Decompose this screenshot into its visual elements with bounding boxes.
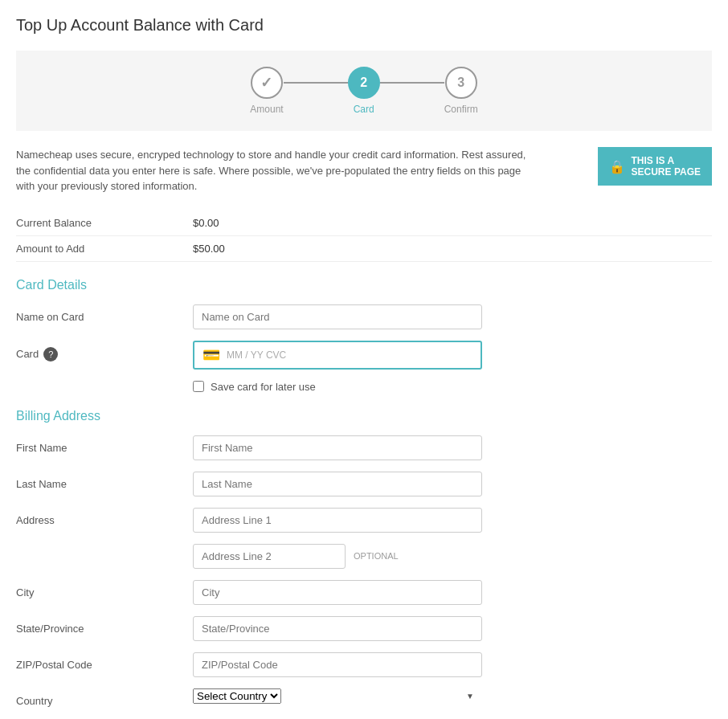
zip-field bbox=[193, 652, 482, 677]
state-row: State/Province bbox=[16, 616, 712, 641]
state-field bbox=[193, 616, 482, 641]
address2-row: OPTIONAL bbox=[16, 544, 712, 569]
security-info-text: Namecheap uses secure, encryped technolo… bbox=[16, 147, 538, 194]
amount-to-add-label: Amount to Add bbox=[16, 243, 193, 255]
first-name-label: First Name bbox=[16, 435, 193, 454]
first-name-input[interactable] bbox=[193, 435, 482, 460]
step-confirm-label: Confirm bbox=[444, 104, 478, 115]
step-confirm-number: 3 bbox=[457, 76, 464, 90]
current-balance-value: $0.00 bbox=[193, 217, 219, 229]
last-name-label: Last Name bbox=[16, 472, 193, 490]
step-amount: ✓ Amount bbox=[250, 67, 283, 115]
zip-input[interactable] bbox=[193, 652, 482, 677]
secure-badge-text: THIS IS A SECURE PAGE bbox=[632, 155, 701, 178]
step-confirm-circle: 3 bbox=[445, 67, 477, 99]
secure-line1: THIS IS A bbox=[632, 155, 701, 166]
optional-label: OPTIONAL bbox=[354, 544, 399, 561]
step-amount-circle: ✓ bbox=[251, 67, 283, 99]
last-name-field bbox=[193, 472, 482, 496]
address-label: Address bbox=[16, 508, 193, 526]
save-card-checkbox[interactable] bbox=[193, 381, 204, 392]
amount-to-add-row: Amount to Add $50.00 bbox=[16, 236, 712, 262]
current-balance-label: Current Balance bbox=[16, 217, 193, 229]
page-title: Top Up Account Balance with Card bbox=[16, 16, 712, 35]
step-line-2 bbox=[380, 82, 444, 84]
secure-badge: 🔒 THIS IS A SECURE PAGE bbox=[598, 147, 712, 186]
checkmark-icon: ✓ bbox=[260, 74, 272, 92]
name-on-card-row: Name on Card bbox=[16, 304, 712, 329]
city-label: City bbox=[16, 580, 193, 598]
address1-field bbox=[193, 508, 482, 533]
city-input[interactable] bbox=[193, 580, 482, 605]
name-on-card-field bbox=[193, 304, 482, 329]
address-row: Address bbox=[16, 508, 712, 533]
card-input-wrapper[interactable]: 💳 MM / YY CVC bbox=[193, 341, 482, 370]
address2-optional-wrapper: OPTIONAL bbox=[193, 544, 399, 569]
country-label: Country bbox=[16, 688, 193, 707]
info-section: Namecheap uses secure, encryped technolo… bbox=[16, 147, 712, 194]
zip-label: ZIP/Postal Code bbox=[16, 652, 193, 671]
step-card-number: 2 bbox=[360, 76, 367, 90]
city-row: City bbox=[16, 580, 712, 605]
first-name-field bbox=[193, 435, 482, 460]
step-line-1 bbox=[284, 82, 348, 84]
card-details-title: Card Details bbox=[16, 278, 712, 292]
card-number-row: Card ? 💳 MM / YY CVC bbox=[16, 341, 712, 370]
secure-line2: SECURE PAGE bbox=[632, 166, 701, 178]
stepper: ✓ Amount 2 Card 3 Confirm bbox=[250, 67, 477, 115]
save-card-row: Save card for later use bbox=[193, 381, 712, 393]
last-name-row: Last Name bbox=[16, 472, 712, 496]
country-select-wrapper: Select Country bbox=[193, 688, 482, 704]
last-name-input[interactable] bbox=[193, 472, 482, 496]
name-on-card-label: Name on Card bbox=[16, 304, 193, 323]
state-input[interactable] bbox=[193, 616, 482, 641]
address2-label-empty bbox=[16, 544, 193, 550]
card-help-icon[interactable]: ? bbox=[43, 347, 58, 362]
card-brand-icon: 💳 bbox=[202, 346, 220, 364]
step-amount-label: Amount bbox=[250, 104, 283, 115]
amount-to-add-value: $50.00 bbox=[193, 243, 225, 255]
billing-address-title: Billing Address bbox=[16, 409, 712, 423]
card-details-section: Card Details Name on Card Card ? 💳 MM / … bbox=[16, 278, 712, 393]
billing-address-section: Billing Address First Name Last Name Add… bbox=[16, 409, 712, 707]
address1-input[interactable] bbox=[193, 508, 482, 533]
city-field bbox=[193, 580, 482, 605]
save-card-label: Save card for later use bbox=[211, 381, 316, 393]
lock-icon: 🔒 bbox=[609, 159, 625, 174]
step-card-label: Card bbox=[354, 104, 374, 115]
current-balance-row: Current Balance $0.00 bbox=[16, 210, 712, 236]
country-select[interactable]: Select Country bbox=[193, 688, 281, 704]
step-confirm: 3 Confirm bbox=[444, 67, 478, 115]
stepper-section: ✓ Amount 2 Card 3 Confirm bbox=[16, 51, 712, 131]
balance-section: Current Balance $0.00 Amount to Add $50.… bbox=[16, 210, 712, 262]
address2-input[interactable] bbox=[193, 544, 346, 569]
first-name-row: First Name bbox=[16, 435, 712, 460]
zip-row: ZIP/Postal Code bbox=[16, 652, 712, 677]
country-row: Country Select Country bbox=[16, 688, 712, 707]
card-number-label: Card ? bbox=[16, 341, 193, 362]
card-input-placeholder: MM / YY CVC bbox=[227, 349, 472, 361]
state-label: State/Province bbox=[16, 616, 193, 635]
step-card: 2 Card bbox=[348, 67, 380, 115]
step-card-circle: 2 bbox=[348, 67, 380, 99]
name-on-card-input[interactable] bbox=[193, 304, 482, 329]
address2-field bbox=[193, 544, 346, 569]
